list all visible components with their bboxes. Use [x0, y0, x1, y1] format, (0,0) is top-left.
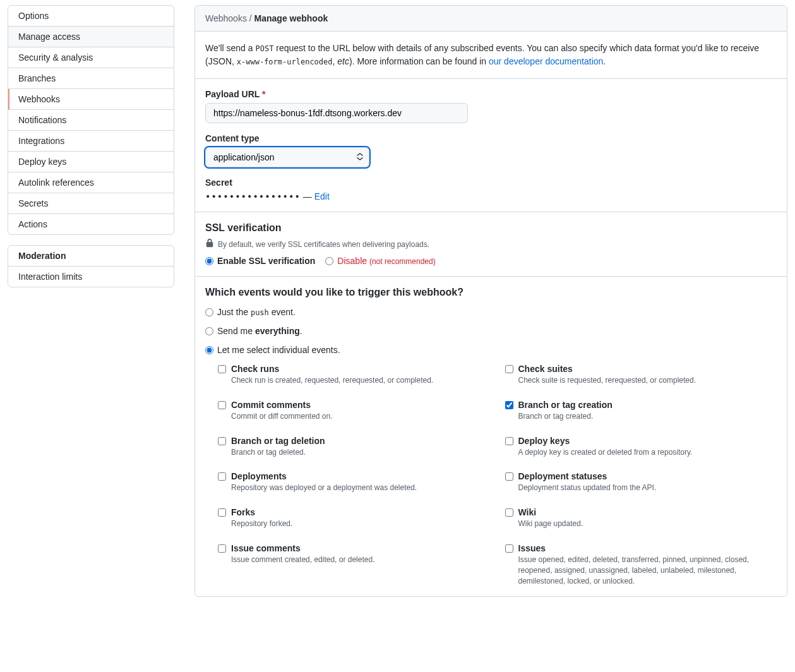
trigger-everything-radio[interactable] [205, 327, 213, 335]
sidebar-item-integrations[interactable]: Integrations [8, 131, 174, 152]
event-label: Commit comments [231, 400, 333, 410]
event-description: Repository forked. [231, 519, 292, 529]
event-branch-or-tag-creation[interactable]: Branch or tag creationBranch or tag crea… [505, 400, 777, 422]
webhook-panel: Webhooks / Manage webhook We'll send a P… [194, 5, 787, 597]
content-type-label: Content type [205, 133, 777, 143]
event-commit-comments[interactable]: Commit commentsCommit or diff commented … [218, 400, 490, 422]
sidebar-item-branches[interactable]: Branches [8, 68, 174, 89]
developer-docs-link[interactable]: our developer documentation [489, 56, 603, 66]
event-checkbox[interactable] [218, 472, 226, 481]
event-issue-comments[interactable]: Issue commentsIssue comment created, edi… [218, 543, 490, 586]
secret-label: Secret [205, 177, 777, 188]
event-label: Deploy keys [518, 436, 693, 446]
sidebar-item-actions[interactable]: Actions [8, 214, 174, 234]
event-description: Commit or diff commented on. [231, 411, 333, 422]
secret-masked: •••••••••••••••• [205, 191, 301, 201]
sidebar-item-options[interactable]: Options [8, 6, 174, 27]
event-description: Issue opened, edited, deleted, transferr… [518, 555, 777, 586]
event-label: Deployment statuses [518, 471, 657, 481]
event-deployments[interactable]: DeploymentsRepository was deployed or a … [218, 471, 490, 493]
event-check-suites[interactable]: Check suitesCheck suite is requested, re… [505, 364, 777, 386]
event-checkbox[interactable] [218, 508, 226, 517]
event-description: Wiki page updated. [518, 519, 583, 529]
event-check-runs[interactable]: Check runsCheck run is created, requeste… [218, 364, 490, 386]
event-checkbox[interactable] [218, 401, 226, 409]
ssl-enable-option[interactable]: Enable SSL verification [205, 256, 315, 266]
ssl-note: By default, we verify SSL certificates w… [218, 240, 429, 249]
settings-menu: OptionsManage accessSecurity & analysisB… [8, 5, 174, 235]
event-label: Check suites [518, 364, 696, 374]
event-checkbox[interactable] [218, 365, 226, 373]
moderation-header: Moderation [8, 246, 174, 267]
moderation-menu: Moderation Interaction limits [8, 245, 174, 287]
event-checkbox[interactable] [505, 472, 513, 481]
event-description: Deployment status updated from the API. [518, 483, 657, 493]
trigger-push-option[interactable]: Just the push event. [205, 307, 777, 317]
events-grid: Check runsCheck run is created, requeste… [218, 364, 777, 586]
event-branch-or-tag-deletion[interactable]: Branch or tag deletionBranch or tag dele… [218, 436, 490, 458]
ssl-heading: SSL verification [205, 222, 777, 234]
sidebar-item-autolink-references[interactable]: Autolink references [8, 172, 174, 193]
sidebar-item-deploy-keys[interactable]: Deploy keys [8, 152, 174, 172]
ssl-disable-radio[interactable] [325, 257, 333, 265]
intro-text: We'll send a POST request to the URL bel… [205, 42, 777, 68]
event-wiki[interactable]: WikiWiki page updated. [505, 507, 777, 529]
event-checkbox[interactable] [505, 508, 513, 517]
sidebar-item-interaction-limits[interactable]: Interaction limits [8, 267, 174, 287]
event-label: Wiki [518, 507, 583, 517]
lock-icon [205, 239, 214, 249]
secret-edit-link[interactable]: Edit [314, 191, 330, 201]
event-description: Issue comment created, edited, or delete… [231, 555, 374, 565]
sidebar-item-webhooks[interactable]: Webhooks [8, 89, 174, 110]
event-label: Issue comments [231, 543, 374, 553]
event-label: Deployments [231, 471, 417, 481]
event-description: Check suite is requested, rerequested, o… [518, 375, 696, 386]
trigger-individual-radio[interactable] [205, 346, 213, 354]
event-description: Branch or tag created. [518, 411, 613, 422]
event-checkbox[interactable] [505, 544, 513, 553]
event-label: Forks [231, 507, 292, 517]
event-deploy-keys[interactable]: Deploy keysA deploy key is created or de… [505, 436, 777, 458]
event-label: Check runs [231, 364, 433, 374]
event-checkbox[interactable] [505, 437, 513, 445]
sidebar-item-manage-access[interactable]: Manage access [8, 27, 174, 47]
sidebar-item-secrets[interactable]: Secrets [8, 193, 174, 214]
trigger-everything-option[interactable]: Send me everything. [205, 326, 777, 336]
event-checkbox[interactable] [218, 544, 226, 553]
event-checkbox[interactable] [505, 401, 513, 409]
event-checkbox[interactable] [505, 365, 513, 373]
breadcrumb: Webhooks / Manage webhook [195, 6, 787, 32]
event-description: Check run is created, requested, rereque… [231, 375, 433, 386]
event-label: Branch or tag deletion [231, 436, 325, 446]
sidebar-item-security-analysis[interactable]: Security & analysis [8, 47, 174, 68]
breadcrumb-current: Manage webhook [254, 13, 328, 23]
content-type-select[interactable]: application/json [205, 147, 369, 167]
event-description: A deploy key is created or deleted from … [518, 447, 693, 458]
event-checkbox[interactable] [218, 437, 226, 445]
events-heading: Which events would you like to trigger t… [205, 287, 777, 298]
event-forks[interactable]: ForksRepository forked. [218, 507, 490, 529]
sidebar-item-notifications[interactable]: Notifications [8, 110, 174, 131]
event-description: Branch or tag deleted. [231, 447, 325, 458]
trigger-push-radio[interactable] [205, 308, 213, 316]
event-description: Repository was deployed or a deployment … [231, 483, 417, 493]
event-label: Branch or tag creation [518, 400, 613, 410]
settings-sidebar: OptionsManage accessSecurity & analysisB… [8, 5, 174, 597]
event-issues[interactable]: IssuesIssue opened, edited, deleted, tra… [505, 543, 777, 586]
event-deployment-statuses[interactable]: Deployment statusesDeployment status upd… [505, 471, 777, 493]
payload-url-label: Payload URL * [205, 89, 777, 99]
ssl-enable-radio[interactable] [205, 257, 213, 265]
payload-url-input[interactable] [205, 103, 468, 123]
event-label: Issues [518, 543, 777, 553]
ssl-disable-option[interactable]: Disable (not recommended) [325, 256, 435, 266]
breadcrumb-root: Webhooks [205, 13, 247, 23]
trigger-individual-option[interactable]: Let me select individual events. [205, 345, 777, 355]
